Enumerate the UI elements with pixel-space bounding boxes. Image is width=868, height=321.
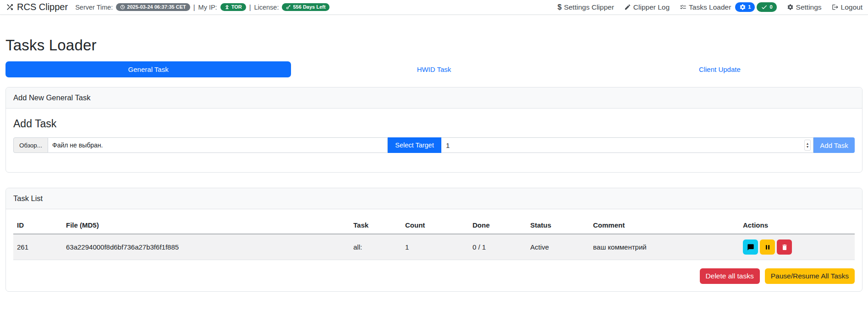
server-time-value: 2025-03-24 06:37:35 CET <box>127 5 186 10</box>
top-navbar: RCS Clipper Server Time: 2025-03-24 06:3… <box>0 0 868 15</box>
pencil-icon <box>624 4 631 11</box>
tab-general-task[interactable]: General Task <box>5 61 291 77</box>
trash-icon <box>781 244 788 251</box>
cell-actions <box>739 234 855 260</box>
table-row: 261 63a2294000f8d6bf736a27b3f6f1f885 all… <box>13 234 855 260</box>
task-list-card-header: Task List <box>6 188 862 209</box>
nav-logout-label: Logout <box>841 3 863 11</box>
brand[interactable]: RCS Clipper <box>5 2 68 12</box>
list-check-icon <box>680 4 687 11</box>
dollar-icon: $ <box>558 3 562 11</box>
add-task-input-group: Обзор... Файл не выбран. Select Target A… <box>13 137 855 153</box>
nav-logout[interactable]: Logout <box>832 3 863 11</box>
pause-button[interactable] <box>760 239 775 255</box>
navbar-links: $ Settings Clipper Clipper Log Tasks Loa… <box>558 2 863 12</box>
nav-tasks-loader[interactable]: Tasks Loader 1 0 <box>680 2 776 12</box>
pause-icon <box>764 244 771 251</box>
gear-icon <box>739 4 746 11</box>
nav-settings[interactable]: Settings <box>787 3 822 11</box>
col-header-id: ID <box>13 217 62 234</box>
cell-comment: ваш комментрий <box>589 234 739 260</box>
task-list-card: Task List ID File (MD5) Task Count Done … <box>5 188 863 292</box>
brand-label: RCS Clipper <box>17 2 68 12</box>
nav-clipper-log-label: Clipper Log <box>633 3 670 11</box>
my-ip-value: TOR <box>231 5 242 10</box>
delete-all-tasks-button[interactable]: Delete all tasks <box>700 268 760 284</box>
main-container: Tasks Loader General Task HWID Task Clie… <box>0 37 868 292</box>
task-list-card-body: ID File (MD5) Task Count Done Status Com… <box>6 209 862 291</box>
cell-file-md5: 63a2294000f8d6bf736a27b3f6f1f885 <box>62 234 350 260</box>
cell-id: 261 <box>13 234 62 260</box>
delete-button[interactable] <box>777 239 792 255</box>
nav-settings-clipper[interactable]: $ Settings Clipper <box>558 3 614 11</box>
col-header-actions: Actions <box>739 217 855 234</box>
pause-resume-all-tasks-button[interactable]: Pause/Resume All Tasks <box>765 268 855 284</box>
file-browse-button[interactable]: Обзор... <box>13 137 48 153</box>
select-target-button[interactable]: Select Target <box>388 137 441 153</box>
add-task-button[interactable]: Add Task <box>813 137 855 153</box>
add-task-card: Add New General Task Add Task Обзор... Ф… <box>5 87 863 173</box>
pending-tasks-badge: 1 <box>735 2 755 12</box>
done-tasks-badge: 0 <box>757 2 776 12</box>
my-ip-label: My IP: <box>198 4 217 11</box>
col-header-task: Task <box>350 217 401 234</box>
server-info-bar: Server Time: 2025-03-24 06:37:35 CET | M… <box>75 3 330 11</box>
page-title: Tasks Loader <box>5 37 863 54</box>
add-task-card-body: Add Task Обзор... Файл не выбран. Select… <box>6 109 862 172</box>
tab-hwid-task[interactable]: HWID Task <box>291 61 577 77</box>
key-icon <box>286 5 291 10</box>
col-header-comment: Comment <box>589 217 739 234</box>
license-label: License: <box>254 4 279 11</box>
server-time-badge: 2025-03-24 06:37:35 CET <box>116 3 190 11</box>
gear-icon <box>787 4 794 11</box>
logout-icon <box>832 4 839 11</box>
tab-client-update[interactable]: Client Update <box>577 61 863 77</box>
count-field-wrap <box>441 137 813 153</box>
done-tasks-count: 0 <box>769 5 772 10</box>
server-time-label: Server Time: <box>75 4 113 11</box>
nav-settings-clipper-label: Settings Clipper <box>564 3 614 11</box>
nav-tasks-loader-label: Tasks Loader <box>689 3 731 11</box>
add-task-card-header: Add New General Task <box>6 87 862 109</box>
check-icon <box>761 4 768 11</box>
row-action-buttons <box>743 239 851 255</box>
task-list-footer: Delete all tasks Pause/Resume All Tasks <box>13 268 855 284</box>
col-header-done: Done <box>469 217 527 234</box>
license-value: 556 Days Left <box>293 5 325 10</box>
clock-icon <box>120 5 125 10</box>
license-badge: 556 Days Left <box>282 3 330 11</box>
tasks-loader-badges: 1 0 <box>735 2 776 12</box>
count-input[interactable] <box>441 138 813 152</box>
col-header-file-md5: File (MD5) <box>62 217 350 234</box>
cell-done: 0 / 1 <box>469 234 527 260</box>
number-stepper[interactable] <box>804 140 811 151</box>
cell-count: 1 <box>401 234 469 260</box>
col-header-count: Count <box>401 217 469 234</box>
file-input[interactable]: Файл не выбран. <box>48 137 388 153</box>
chat-bubble-icon <box>747 244 754 251</box>
nav-clipper-log[interactable]: Clipper Log <box>624 3 670 11</box>
separator: | <box>249 4 251 11</box>
add-task-heading: Add Task <box>13 118 855 130</box>
separator: | <box>193 4 195 11</box>
task-table: ID File (MD5) Task Count Done Status Com… <box>13 217 855 260</box>
cell-task: all: <box>350 234 401 260</box>
pending-tasks-count: 1 <box>748 5 751 10</box>
shuffle-icon <box>5 3 14 11</box>
my-ip-badge: TOR <box>220 3 246 11</box>
nav-settings-label: Settings <box>796 3 822 11</box>
table-header-row: ID File (MD5) Task Count Done Status Com… <box>13 217 855 234</box>
user-secret-icon <box>225 5 230 10</box>
cell-status: Active <box>527 234 589 260</box>
task-type-tabs: General Task HWID Task Client Update <box>5 61 863 77</box>
col-header-status: Status <box>527 217 589 234</box>
comment-button[interactable] <box>743 239 758 255</box>
